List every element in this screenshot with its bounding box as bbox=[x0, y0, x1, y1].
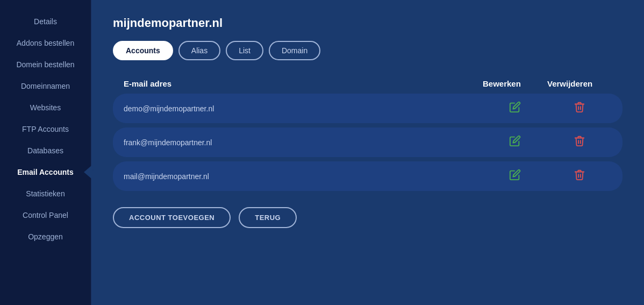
col-delete-header: Verwijderen bbox=[547, 79, 612, 88]
add-account-button[interactable]: ACCOUNT TOEVOEGEN bbox=[113, 207, 231, 228]
back-button[interactable]: TERUG bbox=[239, 207, 297, 228]
sidebar-item-opzeggen[interactable]: Opzeggen bbox=[0, 226, 91, 247]
email-rows: demo@mijndemopartner.nl bbox=[113, 94, 622, 191]
edit-icon[interactable] bbox=[509, 135, 521, 150]
sidebar-item-domeinnamen[interactable]: Domeinnamen bbox=[0, 75, 91, 97]
tab-domain[interactable]: Domain bbox=[269, 41, 320, 60]
sidebar-item-databases[interactable]: Databases bbox=[0, 140, 91, 161]
table-row: mail@mijndemopartner.nl bbox=[113, 161, 622, 191]
sidebar-item-addons-bestellen[interactable]: Addons bestellen bbox=[0, 32, 91, 54]
sidebar-item-websites[interactable]: Websites bbox=[0, 97, 91, 118]
email-address: frank@mijndemopartner.nl bbox=[124, 138, 483, 147]
sidebar-item-statistieken[interactable]: Statistieken bbox=[0, 183, 91, 204]
delete-icon[interactable] bbox=[574, 135, 585, 150]
active-arrow-icon: ◄ bbox=[85, 167, 95, 178]
tab-bar: Accounts Alias List Domain bbox=[113, 41, 622, 60]
col-edit-header: Bewerken bbox=[483, 79, 547, 88]
col-email-header: E-mail adres bbox=[124, 79, 483, 88]
tab-accounts[interactable]: Accounts bbox=[113, 41, 173, 60]
edit-cell bbox=[483, 169, 547, 183]
sidebar-item-details[interactable]: Details bbox=[0, 11, 91, 32]
table-header: E-mail adres Bewerken Verwijderen bbox=[113, 79, 622, 88]
main-content: mijndemopartner.nl Accounts Alias List D… bbox=[91, 0, 644, 305]
domain-title: mijndemopartner.nl bbox=[113, 16, 622, 30]
edit-cell bbox=[483, 101, 547, 116]
table-row: frank@mijndemopartner.nl bbox=[113, 127, 622, 157]
delete-cell bbox=[547, 135, 612, 150]
delete-icon[interactable] bbox=[574, 101, 585, 116]
tab-list[interactable]: List bbox=[226, 41, 263, 60]
sidebar-item-domein-bestellen[interactable]: Domein bestellen bbox=[0, 54, 91, 75]
delete-cell bbox=[547, 101, 612, 116]
sidebar: Details Addons bestellen Domein bestelle… bbox=[0, 0, 91, 305]
edit-icon[interactable] bbox=[509, 101, 521, 116]
email-address: demo@mijndemopartner.nl bbox=[124, 104, 483, 113]
table-row: demo@mijndemopartner.nl bbox=[113, 94, 622, 123]
sidebar-item-control-panel[interactable]: Control Panel bbox=[0, 204, 91, 226]
tab-alias[interactable]: Alias bbox=[178, 41, 220, 60]
action-buttons: ACCOUNT TOEVOEGEN TERUG bbox=[113, 207, 622, 228]
edit-cell bbox=[483, 135, 547, 150]
sidebar-item-email-accounts[interactable]: Email Accounts ◄ bbox=[0, 161, 91, 183]
sidebar-item-ftp-accounts[interactable]: FTP Accounts bbox=[0, 118, 91, 140]
delete-icon[interactable] bbox=[574, 169, 585, 183]
email-address: mail@mijndemopartner.nl bbox=[124, 172, 483, 181]
delete-cell bbox=[547, 169, 612, 183]
edit-icon[interactable] bbox=[509, 169, 521, 183]
